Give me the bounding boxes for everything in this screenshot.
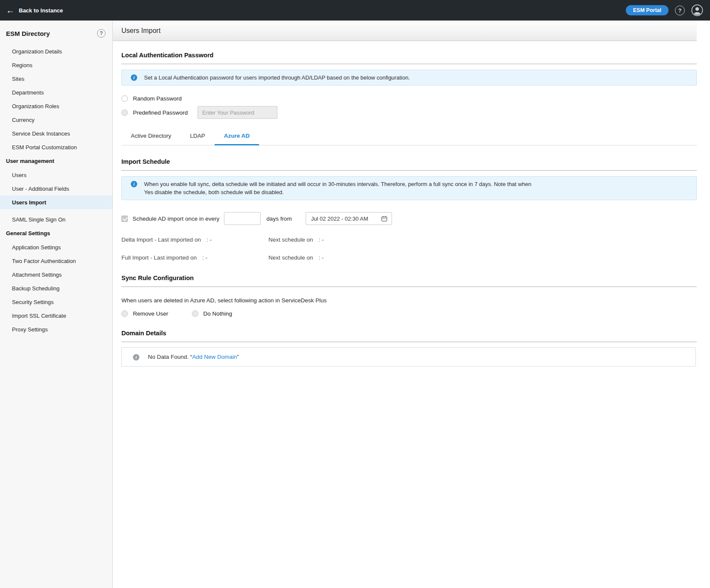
sidebar-item-user-additional-fields[interactable]: User - Additional Fields	[0, 182, 112, 195]
sidebar-item-application-settings[interactable]: Application Settings	[0, 240, 112, 254]
random-password-radio[interactable]	[121, 95, 128, 102]
sidebar-item-import-ssl-certificate[interactable]: Import SSL Certificate	[0, 309, 112, 322]
sidebar-item-regions[interactable]: Regions	[0, 58, 112, 72]
sidebar-item-users-import[interactable]: Users Import	[0, 195, 112, 209]
local-auth-info-box: i Set a Local Authentication password fo…	[121, 70, 697, 86]
local-auth-heading: Local Authentication Password	[121, 52, 697, 64]
full-import-status-row: Full Import - Last imported on : - Next …	[121, 254, 697, 261]
do-nothing-label: Do Nothing	[203, 310, 233, 317]
tab-active-directory[interactable]: Active Directory	[121, 128, 181, 145]
sync-rule-heading: Sync Rule Configuration	[121, 275, 697, 287]
page-title: Users Import	[121, 27, 161, 35]
import-schedule-info-text: When you enable full sync, delta schedul…	[144, 180, 531, 196]
sidebar-item-backup-scheduling[interactable]: Backup Scheduling	[0, 281, 112, 295]
sidebar-title: ESM Directory	[6, 30, 50, 37]
sync-rule-options: Remove User Do Nothing	[121, 310, 697, 317]
sidebar-item-organization-roles[interactable]: Organization Roles	[0, 99, 112, 113]
sidebar-item-saml-single-sign-on[interactable]: SAML Single Sign On	[0, 213, 112, 226]
local-auth-info-text: Set a Local Authentication password for …	[144, 74, 410, 82]
domain-details-nodata-box: i No Data Found. “Add New Domain”	[121, 347, 696, 366]
user-avatar-icon[interactable]	[691, 4, 703, 16]
sidebar-nav: Organization Details Regions Sites Depar…	[0, 44, 112, 336]
sidebar-header: ESM Directory ?	[0, 21, 112, 44]
sidebar-item-sites[interactable]: Sites	[0, 72, 112, 86]
help-icon[interactable]: ?	[675, 6, 685, 15]
days-from-label: days from	[266, 216, 292, 222]
days-input[interactable]	[224, 212, 261, 225]
tab-azure-ad[interactable]: Azure AD	[215, 128, 259, 145]
import-schedule-info-box: i When you enable full sync, delta sched…	[121, 176, 697, 200]
sidebar-item-users[interactable]: Users	[0, 168, 112, 182]
remove-user-option: Remove User	[121, 310, 168, 317]
sidebar-group-general-settings: General Settings	[0, 226, 112, 240]
page-content: Local Authentication Password i Set a Lo…	[113, 41, 697, 588]
do-nothing-option: Do Nothing	[192, 310, 233, 317]
random-password-option: Random Password	[121, 95, 697, 102]
full-import-label: Full Import - Last imported on	[121, 254, 197, 261]
sidebar-group-user-management: User management	[0, 154, 112, 168]
add-new-domain-link[interactable]: Add New Domain	[192, 354, 237, 360]
sidebar: ESM Directory ? Organization Details Reg…	[0, 21, 113, 588]
sync-rule-description: When users are deleted in Azure AD, sele…	[121, 297, 697, 304]
delta-import-label: Delta Import - Last imported on	[121, 236, 201, 243]
sidebar-item-proxy-settings[interactable]: Proxy Settings	[0, 322, 112, 336]
password-input[interactable]	[197, 106, 277, 119]
domain-details-heading: Domain Details	[121, 330, 697, 342]
sidebar-item-security-settings[interactable]: Security Settings	[0, 295, 112, 309]
delta-import-value: : -	[206, 236, 212, 243]
info-icon-gray: i	[133, 354, 139, 360]
delta-next-schedule-value: : -	[318, 236, 324, 243]
sidebar-item-two-factor-authentication[interactable]: Two Factor Authentication	[0, 254, 112, 268]
full-next-schedule-value: : -	[318, 254, 324, 261]
sidebar-item-organization-details[interactable]: Organization Details	[0, 44, 112, 58]
scrollbar-track[interactable]	[697, 21, 710, 588]
sidebar-item-currency[interactable]: Currency	[0, 113, 112, 127]
esm-portal-button[interactable]: ESM Portal	[626, 5, 669, 15]
sidebar-item-service-desk-instances[interactable]: Service Desk Instances	[0, 127, 112, 140]
sidebar-item-attachment-settings[interactable]: Attachment Settings	[0, 268, 112, 281]
info-icon: i	[131, 74, 137, 81]
delta-import-status-row: Delta Import - Last imported on : - Next…	[121, 236, 697, 243]
schedule-checkbox[interactable]	[121, 216, 128, 222]
schedule-date-field[interactable]: Jul 02 2022 - 02:30 AM	[306, 212, 392, 225]
do-nothing-radio[interactable]	[192, 310, 198, 317]
sidebar-item-esm-portal-customization[interactable]: ESM Portal Customization	[0, 140, 112, 154]
predefined-password-radio[interactable]	[121, 109, 128, 116]
schedule-date-value: Jul 02 2022 - 02:30 AM	[311, 216, 381, 222]
page-titlebar: Users Import	[113, 21, 697, 41]
remove-user-label: Remove User	[133, 310, 168, 317]
full-import-value: : -	[202, 254, 207, 261]
back-arrow-icon: ←	[6, 6, 15, 15]
random-password-label: Random Password	[133, 95, 182, 102]
tab-ldap[interactable]: LDAP	[181, 128, 215, 145]
sidebar-item-departments[interactable]: Departments	[0, 86, 112, 99]
app-window: ← Back to Instance ESM Portal ? ESM Dire…	[0, 0, 710, 588]
nodata-text: No Data Found. “Add New Domain”	[148, 354, 239, 360]
back-to-instance-label: Back to Instance	[19, 7, 63, 14]
remove-user-radio[interactable]	[121, 310, 128, 317]
import-schedule-heading: Import Schedule	[121, 158, 697, 171]
schedule-label: Schedule AD import once in every	[133, 216, 219, 222]
directory-tabs: Active Directory LDAP Azure AD	[121, 128, 697, 145]
topbar-right: ESM Portal ?	[626, 4, 703, 16]
sidebar-help-icon[interactable]: ?	[97, 29, 106, 38]
back-to-instance-button[interactable]: ← Back to Instance	[6, 6, 63, 15]
delta-next-schedule-label: Next schedule on	[268, 236, 313, 243]
main-area: Users Import Local Authentication Passwo…	[113, 21, 710, 588]
topbar: ← Back to Instance ESM Portal ?	[0, 0, 710, 21]
predefined-password-option: Predefined Password	[121, 106, 697, 119]
predefined-password-label: Predefined Password	[133, 109, 188, 116]
calendar-icon	[381, 216, 387, 222]
schedule-row: Schedule AD import once in every days fr…	[121, 212, 697, 225]
full-next-schedule-label: Next schedule on	[268, 254, 313, 261]
info-icon: i	[131, 181, 137, 187]
